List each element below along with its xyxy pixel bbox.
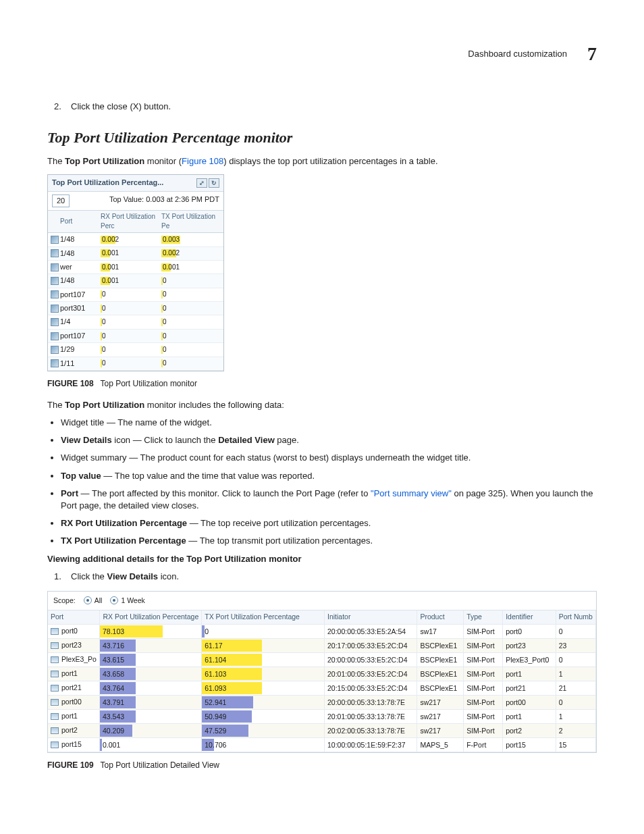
col-type[interactable]: Type <box>464 610 503 625</box>
table-row[interactable]: PlexE3_Po43.61561.10420:00:00:05:33:E5:2… <box>48 653 596 667</box>
widget-titlebar: Top Port Utilization Percentag... ⤢ ↻ <box>48 175 223 191</box>
port-num-cell: 1 <box>556 667 595 681</box>
port-icon <box>51 685 59 692</box>
tx-cell: 10.706 <box>202 738 325 752</box>
widget-row[interactable]: port10700 <box>48 330 223 343</box>
scope-radio-1week[interactable]: 1 Week <box>110 596 144 606</box>
widget-row[interactable]: 1/480.0010.002 <box>48 247 223 261</box>
port-cell: port23 <box>48 639 100 653</box>
widget-count: 20 <box>52 194 70 207</box>
scope-bar: Scope: All 1 Week <box>48 592 596 610</box>
figure-108-link[interactable]: Figure 108 <box>182 156 223 166</box>
initiator-cell: 20:00:00:05:33:E5:2A:54 <box>324 624 417 639</box>
product-cell: MAPS_5 <box>417 738 464 752</box>
widget-row[interactable]: 1/480.0020.003 <box>48 233 223 246</box>
initiator-cell: 20:17:00:05:33:E5:2C:D4 <box>324 639 417 653</box>
widget-row[interactable]: wer0.0010.001 <box>48 261 223 274</box>
port-name: wer <box>60 262 101 272</box>
widget-row[interactable]: 1/2900 <box>48 343 223 357</box>
table-row[interactable]: port2343.71661.1720:17:00:05:33:E5:2C:D4… <box>48 639 596 653</box>
type-cell: SIM-Port <box>464 696 503 710</box>
port-summary-link[interactable]: "Port summary view" <box>371 488 452 498</box>
rx-cell: 0 <box>101 290 161 299</box>
col-port-num[interactable]: Port Numb <box>556 610 595 625</box>
widget-row[interactable]: 1/480.0010 <box>48 274 223 288</box>
table-row[interactable]: port240.20947.52920:02:00:05:33:13:78:7E… <box>48 724 596 738</box>
table-row[interactable]: port150.00110.70610:00:00:05:1E:59:F2:37… <box>48 738 596 752</box>
widget-row[interactable]: port10700 <box>48 288 223 302</box>
scope-radio-all[interactable]: All <box>84 596 103 606</box>
port-num-cell: 1 <box>556 710 595 724</box>
widget-row[interactable]: port30100 <box>48 302 223 315</box>
widget-row[interactable]: 1/1100 <box>48 357 223 371</box>
type-cell: SIM-Port <box>464 724 503 738</box>
port-icon <box>51 290 59 298</box>
table-row[interactable]: port0043.79152.94120:00:00:05:33:13:78:7… <box>48 696 596 710</box>
type-cell: SIM-Port <box>464 639 503 653</box>
port-cell: port2 <box>48 724 100 738</box>
view-details-icon[interactable]: ⤢ <box>196 178 207 188</box>
refresh-icon[interactable]: ↻ <box>209 178 219 188</box>
rx-cell: 0 <box>101 332 161 341</box>
port-name: 1/29 <box>60 344 101 355</box>
tx-cell: 61.17 <box>202 639 325 653</box>
product-cell: BSCPlexE1 <box>417 653 464 667</box>
port-icon <box>51 656 59 663</box>
bullet-widget-summary: Widget summary — The product count for e… <box>61 452 597 464</box>
port-cell: PlexE3_Po <box>48 653 100 667</box>
port-icon <box>51 359 59 367</box>
identifier-cell: port0 <box>503 624 556 639</box>
product-cell: sw217 <box>417 724 464 738</box>
col-tx: TX Port Utilization Pe <box>161 212 222 231</box>
tx-cell: 61.103 <box>202 667 325 681</box>
widget-table-header: Port RX Port Utilization Perc TX Port Ut… <box>48 211 223 233</box>
col-tx[interactable]: TX Port Utilization Percentage <box>202 610 325 625</box>
initiator-cell: 20:02:00:05:33:13:78:7E <box>324 724 417 738</box>
rx-cell: 0 <box>101 345 161 355</box>
col-port[interactable]: Port <box>48 610 100 625</box>
detailed-table: Port RX Port Utilization Percentage TX P… <box>48 610 596 753</box>
port-icon <box>51 699 59 706</box>
type-cell: SIM-Port <box>464 667 503 681</box>
col-initiator[interactable]: Initiator <box>324 610 417 625</box>
tx-cell: 0.002 <box>161 249 222 258</box>
port-icon <box>51 318 59 326</box>
port-num-cell: 21 <box>556 681 595 696</box>
identifier-cell: port1 <box>503 710 556 724</box>
col-rx[interactable]: RX Port Utilization Percentage <box>100 610 202 625</box>
table-row[interactable]: port143.54350.94920:01:00:05:33:13:78:7E… <box>48 710 596 724</box>
port-icon <box>51 263 59 271</box>
identifier-cell: PlexE3_Port0 <box>503 653 556 667</box>
table-row[interactable]: port143.65861.10320:01:00:05:33:E5:2C:D4… <box>48 667 596 681</box>
port-name: 1/4 <box>60 317 101 327</box>
col-rx: RX Port Utilization Perc <box>101 212 161 231</box>
product-cell: BSCPlexE1 <box>417 639 464 653</box>
rx-cell: 0.001 <box>100 738 202 752</box>
port-icon <box>51 628 59 635</box>
col-product[interactable]: Product <box>417 610 464 625</box>
widget-row[interactable]: 1/400 <box>48 315 223 329</box>
table-row[interactable]: port078.103020:00:00:05:33:E5:2A:54sw17S… <box>48 624 596 639</box>
port-cell: port1 <box>48 667 100 681</box>
rx-cell: 43.658 <box>100 667 202 681</box>
type-cell: F-Port <box>464 738 503 752</box>
tx-cell: 61.104 <box>202 653 325 667</box>
header-title: Dashboard customization <box>468 48 567 60</box>
rx-cell: 0 <box>101 317 161 327</box>
tx-cell: 0 <box>161 304 222 313</box>
tx-cell: 0.003 <box>161 235 222 244</box>
figure-109-caption: FIGURE 109 Top Port Utilization Detailed… <box>47 760 597 771</box>
bullet-top-value: Top value — The top value and the time t… <box>61 470 597 482</box>
initiator-cell: 20:00:00:05:33:13:78:7E <box>324 696 417 710</box>
port-name: 1/48 <box>60 249 101 259</box>
step-1: 1. Click the View Details icon. <box>54 571 597 583</box>
table-row[interactable]: port2143.76461.09320:15:00:05:33:E5:2C:D… <box>48 681 596 696</box>
tx-cell: 0 <box>161 276 222 286</box>
bullet-port: Port — The port affected by this monitor… <box>61 488 597 512</box>
rx-cell: 0.001 <box>101 263 161 272</box>
col-identifier[interactable]: Identifier <box>503 610 556 625</box>
bullet-tx: TX Port Utilization Percentage — The top… <box>61 535 597 547</box>
port-num-cell: 15 <box>556 738 595 752</box>
rx-cell: 43.791 <box>100 696 202 710</box>
port-num-cell: 0 <box>556 653 595 667</box>
